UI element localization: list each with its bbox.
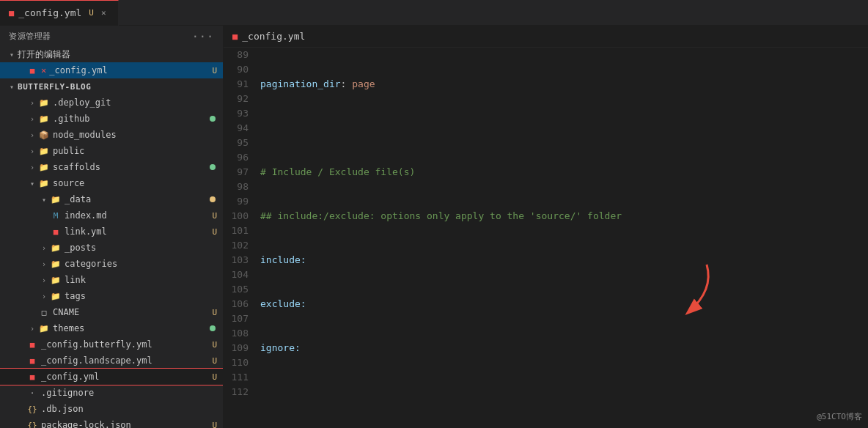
- tab-close-button[interactable]: ✕: [98, 7, 109, 19]
- folder-icon: 📁: [50, 193, 62, 205]
- code-line-90: [260, 121, 862, 136]
- tree-item-node-modules[interactable]: › 📦 node_modules: [0, 127, 223, 143]
- sidebar-menu-button[interactable]: ···: [191, 29, 214, 43]
- tree-item-cname[interactable]: □ CNAME U: [0, 304, 223, 320]
- folder-icon: 📁: [50, 258, 62, 270]
- file-badge: U: [212, 356, 217, 366]
- chevron-icon: ›: [38, 276, 50, 284]
- tree-item-index-md[interactable]: M index.md U: [0, 207, 223, 224]
- tree-item-public[interactable]: › 📁 public: [0, 143, 223, 159]
- chevron-icon: ▾: [38, 196, 50, 204]
- folder-name: link: [65, 275, 86, 285]
- chevron-icon: ▾: [26, 180, 38, 188]
- section-label: 打开的编辑器: [18, 48, 70, 61]
- tree-item-tags[interactable]: › 📁 tags: [0, 288, 223, 304]
- tree-item-config-butterfly-yml[interactable]: ■ _config.butterfly.yml U: [0, 336, 223, 353]
- folder-name: scaffolds: [53, 162, 100, 172]
- folder-name: node_modules: [53, 130, 117, 140]
- tree-item-package-lock-json[interactable]: {} package-lock.json U: [0, 417, 223, 428]
- section-open-editors[interactable]: ▾ 打开的编辑器: [0, 46, 223, 62]
- code-line-94: exclude:: [260, 297, 862, 311]
- folder-icon: 📁: [50, 242, 62, 254]
- file-name: index.md: [65, 210, 107, 221]
- file-badge: U: [212, 421, 217, 429]
- sidebar-content[interactable]: ▾ 打开的编辑器 ■ ✕ _config.yml U ▾ BUTTERFLY-B…: [0, 46, 223, 428]
- sidebar: 资源管理器 ··· ▾ 打开的编辑器 ■ ✕ _config.yml U ▾ B…: [0, 26, 224, 428]
- folder-icon: 📁: [38, 113, 50, 125]
- root-folder[interactable]: ▾ BUTTERFLY-BLOG: [0, 78, 223, 95]
- root-folder-name: BUTTERFLY-BLOG: [18, 82, 91, 92]
- tree-item-data[interactable]: ▾ 📁 _data: [0, 191, 223, 207]
- sidebar-header: 资源管理器 ···: [0, 26, 223, 46]
- close-icon-open[interactable]: ✕: [41, 65, 46, 75]
- file-name: .gitignore: [41, 388, 94, 398]
- tree-item-deploy-git[interactable]: › 📁 .deploy_git: [0, 95, 223, 111]
- line-numbers: 89 90 91 92 93 94 95 96 97 98 99 100 101…: [224, 48, 254, 428]
- file-name: _config.yml: [41, 372, 99, 382]
- tree-item-posts[interactable]: › 📁 _posts: [0, 240, 223, 256]
- folder-name: _data: [65, 194, 91, 204]
- folder-icon: 📁: [50, 274, 62, 286]
- code-area[interactable]: pagination_dir: page # Include / Exclude…: [254, 48, 868, 428]
- tree-item-link-yml[interactable]: ■ link.yml U: [0, 224, 223, 240]
- root-chevron: ▾: [6, 83, 18, 91]
- folder-icon: 📁: [38, 97, 50, 108]
- tab-label: _config.yml: [18, 7, 81, 18]
- code-line-95: ignore:: [260, 341, 862, 355]
- status-dot: [210, 196, 216, 202]
- status-dot: [210, 325, 216, 331]
- tab-config-yml[interactable]: ■ _config.yml U ✕: [0, 0, 119, 26]
- file-name: _config.landscape.yml: [41, 355, 152, 366]
- file-icon-tab: ■: [9, 8, 14, 18]
- chevron-icon: ›: [26, 147, 38, 155]
- editor-title-bar: ■ _config.yml: [224, 26, 868, 48]
- file-icon: {}: [26, 403, 38, 415]
- file-icon: ■: [26, 355, 38, 366]
- chevron-icon: ›: [38, 292, 50, 300]
- tree-item-gitignore[interactable]: · .gitignore: [0, 385, 223, 401]
- status-dot: [210, 116, 216, 122]
- file-icon: ·: [26, 387, 38, 399]
- folder-icon: 📁: [38, 145, 50, 157]
- tree-item-config-yml[interactable]: ■ _config.yml U: [0, 369, 223, 385]
- file-name: .db.json: [41, 404, 84, 414]
- folder-name: tags: [65, 291, 86, 301]
- editor-wrapper: ■ _config.yml 89 90 91 92 93 94 95 96 97…: [224, 26, 868, 428]
- file-badge: U: [212, 227, 217, 237]
- folder-icon: 📦: [38, 129, 50, 141]
- editor: ■ _config.yml 89 90 91 92 93 94 95 96 97…: [224, 26, 868, 428]
- chevron-icon: ▾: [6, 51, 18, 59]
- tree-item-config-landscape-yml[interactable]: ■ _config.landscape.yml U: [0, 353, 223, 369]
- folder-name: themes: [53, 323, 84, 333]
- folder-icon: 📁: [38, 177, 50, 189]
- file-icon: M: [50, 210, 62, 221]
- file-name: package-lock.json: [41, 420, 131, 428]
- tree-item-db-json[interactable]: {} .db.json: [0, 401, 223, 417]
- code-line-91: # Include / Exclude file(s): [260, 165, 862, 180]
- tree-item-categories[interactable]: › 📁 categories: [0, 256, 223, 272]
- code-line-93: include:: [260, 253, 862, 268]
- chevron-icon: ›: [38, 260, 50, 268]
- editor-content[interactable]: 89 90 91 92 93 94 95 96 97 98 99 100 101…: [224, 48, 868, 428]
- tree-item-github[interactable]: › 📁 .github: [0, 111, 223, 127]
- tree-item-source[interactable]: ▾ 📁 source: [0, 175, 223, 191]
- open-file-config-yml[interactable]: ■ ✕ _config.yml U: [0, 62, 223, 78]
- folder-icon: 📁: [38, 322, 50, 334]
- folder-name: _posts: [65, 243, 96, 253]
- file-icon: {}: [26, 419, 38, 428]
- sidebar-title: 资源管理器: [9, 31, 51, 42]
- code-line-89: pagination_dir: page: [260, 77, 862, 92]
- tree-item-link[interactable]: › 📁 link: [0, 272, 223, 288]
- file-badge: U: [212, 340, 217, 350]
- file-icon: ■: [26, 339, 38, 350]
- tab-bar: ■ _config.yml U ✕: [0, 0, 868, 26]
- folder-name: public: [53, 146, 84, 156]
- folder-icon: 📁: [38, 161, 50, 173]
- folder-icon: 📁: [50, 290, 62, 302]
- tree-item-themes[interactable]: › 📁 themes: [0, 320, 223, 336]
- tab-badge: U: [89, 8, 94, 18]
- status-dot: [210, 164, 216, 170]
- chevron-icon: ›: [26, 115, 38, 123]
- file-icon: ■: [50, 226, 62, 237]
- tree-item-scaffolds[interactable]: › 📁 scaffolds: [0, 159, 223, 175]
